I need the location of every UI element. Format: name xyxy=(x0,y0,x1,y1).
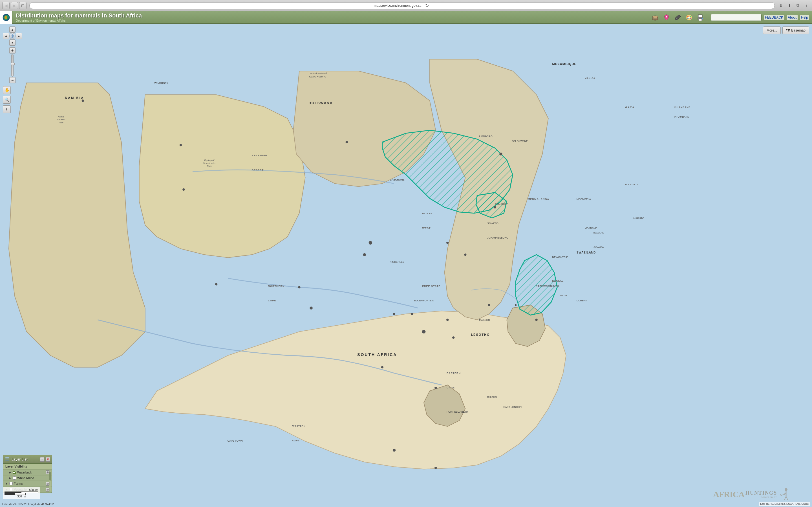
map-area[interactable]: NAMIBIA BOTSWANA SOUTH AFRICA LESOTHO SW… xyxy=(0,24,406,253)
svg-point-39 xyxy=(82,100,84,102)
magnify-tool-button[interactable]: 🔍 xyxy=(3,96,11,104)
svg-point-41 xyxy=(183,188,185,191)
svg-point-40 xyxy=(180,144,182,146)
map-svg xyxy=(0,24,406,253)
forward-button[interactable]: ▶ xyxy=(11,2,18,9)
svg-point-17 xyxy=(369,241,372,245)
hand-tool-button[interactable]: ✋ xyxy=(3,86,11,94)
pan-right-button[interactable]: ► xyxy=(16,33,22,39)
app-header: Distribution maps for mammals in South A… xyxy=(0,11,406,24)
url-bar[interactable]: mapservice.environment.gov.za ↻ xyxy=(29,2,406,9)
pan-up-button[interactable]: ▲ xyxy=(9,26,15,33)
zoom-in-button[interactable]: + xyxy=(9,47,15,54)
browser-chrome: ◀ ▶ ⊡ mapservice.environment.gov.za ↻ ⬇ … xyxy=(0,0,406,11)
pan-controls: ▲ ◄ ► ▼ xyxy=(3,26,22,46)
zoom-controls: + − xyxy=(3,47,22,83)
app-title-block: Distribution maps for mammals in South A… xyxy=(12,12,406,22)
back-button[interactable]: ◀ xyxy=(2,2,10,9)
browser-nav-buttons: ◀ ▶ ⊡ xyxy=(2,2,27,9)
app-logo xyxy=(0,11,12,24)
pan-down-button[interactable]: ▼ xyxy=(9,40,15,46)
pan-center-button[interactable] xyxy=(9,33,15,39)
url-text: mapservice.environment.gov.za xyxy=(374,4,406,8)
zoom-thumb[interactable] xyxy=(11,63,15,65)
minimize-button[interactable]: ⊡ xyxy=(19,2,27,9)
zoom-track[interactable] xyxy=(11,54,13,76)
app-title: Distribution maps for mammals in South A… xyxy=(16,12,406,19)
info-tool-button[interactable]: ℹ xyxy=(3,105,11,113)
map-controls: ▲ ◄ ► ▼ + − ✋ 🔍 ℹ xyxy=(3,26,22,113)
zoom-out-button[interactable]: − xyxy=(9,77,15,83)
pan-left-button[interactable]: ◄ xyxy=(3,33,9,39)
app-subtitle: Department of Environmental Affairs xyxy=(16,19,406,22)
svg-point-19 xyxy=(346,141,348,143)
